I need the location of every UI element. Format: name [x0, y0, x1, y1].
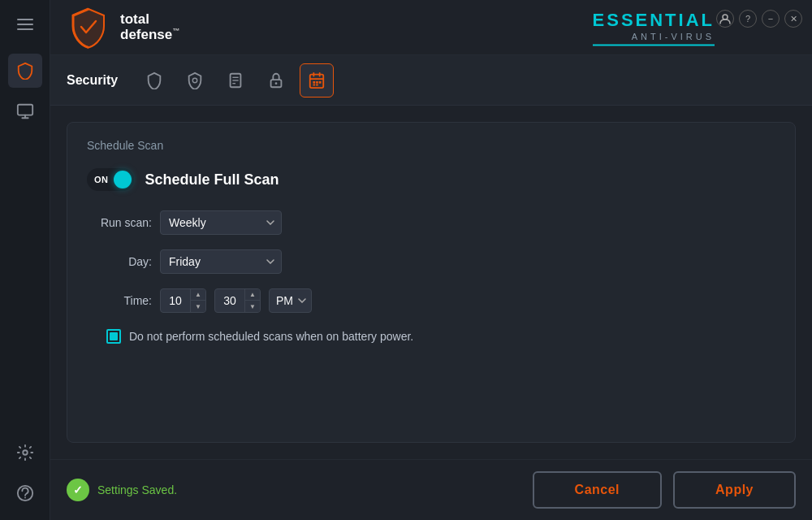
nav-tabs: Security	[50, 55, 812, 106]
day-label: Day:	[87, 255, 152, 268]
run-scan-row: Run scan: Daily Weekly Monthly	[87, 210, 775, 235]
minutes-input[interactable]	[215, 289, 244, 312]
run-scan-select[interactable]: Daily Weekly Monthly	[160, 210, 282, 235]
hours-input[interactable]	[161, 289, 190, 312]
svg-rect-22	[313, 84, 316, 85]
tab-shield[interactable]	[137, 63, 171, 98]
svg-point-6	[24, 497, 26, 499]
close-button[interactable]: ✕	[784, 10, 802, 28]
svg-point-8	[192, 78, 197, 83]
tab-report[interactable]	[218, 63, 253, 98]
svg-rect-19	[313, 80, 316, 83]
saved-checkmark-icon: ✓	[67, 479, 89, 501]
toggle-on-label: ON	[89, 173, 114, 186]
battery-checkbox-row: Do not perform scheduled scans when on b…	[106, 329, 775, 344]
svg-rect-15	[310, 74, 324, 88]
logo-shield-icon	[67, 6, 110, 50]
settings-saved-area: ✓ Settings Saved.	[67, 479, 177, 501]
svg-point-14	[275, 82, 278, 84]
day-row: Day: Monday Tuesday Wednesday Thursday F…	[87, 249, 775, 274]
logo-total: total	[120, 12, 179, 28]
saved-text: Settings Saved.	[97, 483, 177, 496]
battery-checkbox[interactable]	[106, 329, 121, 344]
hours-spinners: ▲ ▼	[190, 289, 205, 312]
footer: ✓ Settings Saved. Cancel Apply	[50, 459, 812, 520]
apply-button[interactable]: Apply	[673, 471, 796, 509]
ampm-select[interactable]: AM PM	[269, 288, 312, 313]
footer-buttons: Cancel Apply	[533, 471, 796, 509]
hours-up-button[interactable]: ▲	[191, 289, 205, 301]
help-button[interactable]: ?	[739, 10, 757, 28]
svg-rect-20	[316, 80, 318, 83]
panel-title: Schedule Scan	[87, 139, 775, 152]
sidebar-item-support[interactable]	[8, 476, 42, 510]
svg-point-7	[723, 15, 728, 20]
hours-input-group: ▲ ▼	[160, 288, 206, 313]
svg-rect-2	[17, 28, 33, 30]
svg-rect-3	[17, 105, 32, 115]
minutes-up-button[interactable]: ▲	[245, 289, 260, 301]
brand-tagline: ANTI-VIRUS	[593, 31, 715, 41]
sidebar-item-monitor[interactable]	[8, 94, 42, 128]
logo-text: total defense™	[120, 12, 179, 42]
toggle-row: ON Schedule Full Scan	[87, 168, 775, 191]
window-controls: ? − ✕	[716, 10, 802, 28]
minutes-down-button[interactable]: ▼	[245, 301, 260, 312]
minimize-button[interactable]: −	[762, 10, 780, 28]
toggle-circle	[114, 171, 132, 188]
schedule-scan-panel: Schedule Scan ON Schedule Full Scan Run …	[67, 122, 796, 443]
minutes-input-group: ▲ ▼	[214, 288, 261, 313]
svg-rect-0	[17, 19, 33, 20]
tab-schedule[interactable]	[300, 63, 334, 98]
tab-lock[interactable]	[259, 63, 293, 98]
sidebar	[0, 0, 50, 520]
nav-section-label: Security	[67, 73, 118, 88]
sidebar-menu-icon[interactable]	[11, 10, 40, 39]
logo-defense: defense™	[120, 28, 179, 43]
time-row: Time: ▲ ▼ ▲ ▼ AM P	[87, 288, 775, 313]
toggle-title: Schedule Full Scan	[145, 171, 279, 188]
minutes-spinners: ▲ ▼	[244, 289, 260, 312]
schedule-toggle[interactable]: ON	[87, 168, 134, 191]
profile-button[interactable]	[716, 10, 734, 28]
tab-settings[interactable]	[178, 63, 212, 98]
svg-rect-1	[17, 24, 33, 25]
brand-area: ESSENTIAL ANTI-VIRUS	[593, 9, 715, 46]
day-select[interactable]: Monday Tuesday Wednesday Thursday Friday…	[160, 249, 282, 274]
sidebar-item-settings[interactable]	[8, 436, 42, 470]
main-area: total defense™ ESSENTIAL ANTI-VIRUS ? − …	[50, 0, 812, 520]
run-scan-label: Run scan:	[87, 216, 152, 229]
content-area: Schedule Scan ON Schedule Full Scan Run …	[50, 106, 812, 459]
time-label: Time:	[87, 294, 152, 307]
cancel-button[interactable]: Cancel	[533, 471, 662, 509]
sidebar-item-shield[interactable]	[8, 54, 42, 88]
topbar: total defense™ ESSENTIAL ANTI-VIRUS ? − …	[50, 0, 812, 55]
svg-point-4	[23, 450, 28, 455]
logo-area: total defense™	[67, 6, 179, 50]
brand-name: ESSENTIAL	[593, 9, 715, 30]
hours-down-button[interactable]: ▼	[191, 301, 205, 312]
svg-rect-23	[316, 84, 318, 85]
svg-rect-21	[319, 80, 322, 83]
battery-label: Do not perform scheduled scans when on b…	[129, 330, 413, 343]
